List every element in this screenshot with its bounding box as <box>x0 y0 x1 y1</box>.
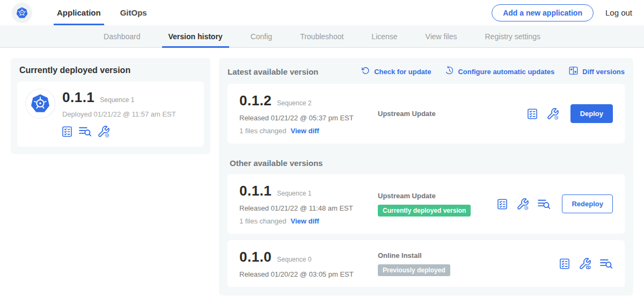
tab-dashboard[interactable]: Dashboard <box>90 25 155 47</box>
refresh-icon <box>361 66 370 77</box>
deployed-version-card: 0.1.1 Sequence 1 Deployed 01/21/22 @ 11:… <box>17 82 204 147</box>
view-diff-link[interactable]: View diff <box>290 217 319 225</box>
version-source: Upstream Update <box>378 110 526 118</box>
clock-refresh-icon <box>445 66 454 77</box>
currently-deployed-title: Currently deployed version <box>19 66 202 75</box>
files-changed-label: 1 files changed <box>239 127 286 135</box>
released-timestamp: Released 01/21/22 @ 11:48 am EST <box>239 204 378 212</box>
release-notes-icon[interactable] <box>526 108 538 120</box>
edit-config-icon[interactable] <box>546 107 559 120</box>
diff-versions-link[interactable]: Diff versions <box>568 66 625 77</box>
kubernetes-logo[interactable] <box>12 3 32 23</box>
tab-license[interactable]: License <box>357 25 411 47</box>
redeploy-button[interactable]: Redeploy <box>562 194 613 213</box>
deployed-timestamp: Deployed 01/21/22 @ 11:57 am EST <box>62 110 176 118</box>
add-application-button[interactable]: Add a new application <box>492 4 594 21</box>
version-card-0-1-0: 0.1.0 Sequence 0 Released 01/20/22 @ 03:… <box>228 240 625 287</box>
top-nav: Application GitOps Add a new application… <box>0 0 644 25</box>
tab-registry-settings[interactable]: Registry settings <box>471 25 554 47</box>
tab-config-label: Config <box>251 32 272 41</box>
version-source: Upstream Update <box>378 192 496 200</box>
tab-config[interactable]: Config <box>237 25 286 47</box>
release-notes-icon[interactable] <box>496 198 508 210</box>
configure-automatic-updates-link[interactable]: Configure automatic updates <box>445 66 554 77</box>
sequence-label: Sequence 1 <box>277 190 311 197</box>
view-diff-link[interactable]: View diff <box>290 127 319 135</box>
deployed-sequence-label: Sequence 1 <box>100 96 134 104</box>
released-timestamp: Released 01/20/22 @ 03:05 pm EST <box>239 270 378 278</box>
deployed-version-number: 0.1.1 <box>62 89 94 106</box>
deploy-button[interactable]: Deploy <box>570 104 613 123</box>
tab-troubleshoot-label: Troubleshoot <box>300 32 343 41</box>
latest-available-title: Latest available version <box>228 67 318 76</box>
configure-automatic-updates-label: Configure automatic updates <box>458 68 554 76</box>
other-available-title: Other available versions <box>230 158 623 168</box>
version-source: Online Install <box>378 251 559 259</box>
view-logs-icon[interactable] <box>78 125 92 138</box>
tab-view-files-label: View files <box>426 32 457 41</box>
logout-link[interactable]: Log out <box>605 8 632 17</box>
version-number: 0.1.1 <box>239 183 272 199</box>
view-logs-icon[interactable] <box>599 257 613 270</box>
app-subnav: Dashboard Version history Config Trouble… <box>0 25 644 48</box>
released-timestamp: Released 01/21/22 @ 05:37 pm EST <box>239 114 378 122</box>
view-config-icon[interactable] <box>579 257 591 270</box>
edit-config-icon[interactable] <box>516 198 529 211</box>
check-for-update-label: Check for update <box>374 68 431 76</box>
sequence-label: Sequence 2 <box>277 99 311 107</box>
currently-deployed-panel: Currently deployed version 0.1.1 Sequenc… <box>11 58 210 154</box>
version-card-0-1-1: 0.1.1 Sequence 1 Released 01/21/22 @ 11:… <box>228 174 625 234</box>
app-logo <box>26 89 55 118</box>
version-card-0-1-2: 0.1.2 Sequence 2 Released 01/21/22 @ 05:… <box>228 84 625 143</box>
edit-config-icon[interactable] <box>97 125 110 138</box>
diff-versions-label: Diff versions <box>582 68 625 76</box>
tab-dashboard-label: Dashboard <box>104 32 141 41</box>
version-history-panel: Latest available version Check for updat… <box>219 58 633 295</box>
topnav-tab-gitops[interactable]: GitOps <box>111 0 157 25</box>
version-number: 0.1.0 <box>239 249 272 265</box>
topnav-tab-application[interactable]: Application <box>47 0 111 25</box>
tab-version-history-label: Version history <box>169 32 223 41</box>
view-logs-icon[interactable] <box>537 197 551 211</box>
files-changed-label: 1 files changed <box>239 217 286 225</box>
release-notes-icon[interactable] <box>559 258 570 270</box>
version-number: 0.1.2 <box>239 92 272 109</box>
topnav-tab-application-label: Application <box>57 8 101 17</box>
tab-view-files[interactable]: View files <box>412 25 471 47</box>
tab-license-label: License <box>371 32 397 41</box>
previously-deployed-badge: Previously deployed <box>378 264 450 276</box>
tab-version-history[interactable]: Version history <box>155 25 237 47</box>
diff-icon <box>568 66 579 77</box>
tab-troubleshoot[interactable]: Troubleshoot <box>286 25 357 47</box>
topnav-tabs: Application GitOps <box>47 0 157 25</box>
currently-deployed-badge: Currently deployed version <box>378 205 471 217</box>
check-for-update-link[interactable]: Check for update <box>361 66 431 77</box>
release-notes-icon[interactable] <box>61 126 73 138</box>
topnav-tab-gitops-label: GitOps <box>120 8 147 17</box>
sequence-label: Sequence 0 <box>277 256 311 263</box>
tab-registry-settings-label: Registry settings <box>485 32 540 41</box>
